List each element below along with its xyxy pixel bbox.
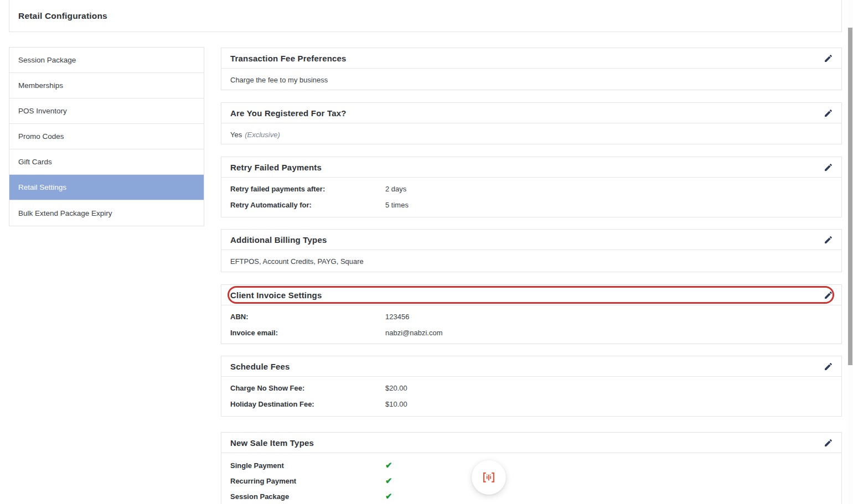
card-title: Additional Billing Types xyxy=(230,235,822,245)
card-body-text: EFTPOS, Account Credits, PAYG, Square xyxy=(221,250,841,272)
card-transaction-fee-preferences: Transaction Fee Preferences Charge the f… xyxy=(221,48,842,90)
card-additional-billing-types: Additional Billing Types EFTPOS, Account… xyxy=(221,229,842,272)
pencil-icon xyxy=(824,438,833,448)
card-header: Additional Billing Types xyxy=(221,230,841,250)
kv-row: Retry failed payments after: 2 days xyxy=(230,181,833,197)
page-header: Retail Configurations xyxy=(9,0,842,32)
scrollbar-thumb[interactable] xyxy=(848,28,852,365)
card-body: ABN: 123456 Invoice email: nabzi@nabzi.c… xyxy=(221,305,841,341)
card-client-invoice-settings: Client Invoice Settings ABN: 123456 Invo… xyxy=(221,284,842,344)
card-body: Charge No Show Fee: $20.00 Holiday Desti… xyxy=(221,377,841,412)
kv-label: Invoice email: xyxy=(230,329,385,337)
kv-row: Retry Automatically for: 5 times xyxy=(230,197,833,213)
check-icon: ✔ xyxy=(385,491,392,501)
check-icon: ✔ xyxy=(385,460,392,470)
kv-row: ABN: 123456 xyxy=(230,309,833,325)
card-title: Client Invoice Settings xyxy=(230,290,822,300)
kv-value: $10.00 xyxy=(385,400,407,408)
checklist-row: Session Package ✔ xyxy=(230,489,833,504)
scrollbar-track xyxy=(847,0,853,504)
card-body-text: Charge the fee to my business xyxy=(221,69,841,91)
card-title: Are You Registered For Tax? xyxy=(230,108,822,118)
card-header: Transaction Fee Preferences xyxy=(221,48,841,69)
checklist-row: Single Payment ✔ xyxy=(230,458,833,473)
kv-value: 2 days xyxy=(385,185,406,193)
sidebar-item-promo-codes[interactable]: Promo Codes xyxy=(9,124,204,149)
kv-row: Invoice email: nabzi@nabzi.com xyxy=(230,325,833,341)
card-body-text: Yes (Exclusive) xyxy=(221,123,841,146)
edit-button[interactable] xyxy=(822,233,834,246)
edit-button[interactable] xyxy=(822,107,834,119)
check-icon: ✔ xyxy=(385,476,392,486)
sidebar-item-gift-cards[interactable]: Gift Cards xyxy=(9,149,204,175)
sidebar-item-retail-settings[interactable]: Retail Settings xyxy=(9,175,204,200)
sidebar-item-label: Memberships xyxy=(18,81,63,90)
sidebar-item-label: Promo Codes xyxy=(18,132,64,141)
sidebar-item-label: POS Inventory xyxy=(18,107,67,115)
pencil-icon xyxy=(824,54,833,63)
card-body: Single Payment ✔ Recurring Payment ✔ Ses… xyxy=(221,453,841,504)
card-header: Are You Registered For Tax? xyxy=(221,103,841,123)
card-header: Client Invoice Settings xyxy=(221,285,841,305)
card-title: Retry Failed Payments xyxy=(230,163,822,172)
edit-button[interactable] xyxy=(822,161,834,173)
loading-spinner xyxy=(472,460,506,495)
tax-registered-value: Yes xyxy=(230,131,242,139)
kv-label: Retry Automatically for: xyxy=(230,201,385,209)
sidebar-item-session-package[interactable]: Session Package xyxy=(9,48,204,73)
sidebar-item-label: Session Package xyxy=(18,56,76,64)
checklist-label: Session Package xyxy=(230,492,385,501)
sidebar-item-label: Gift Cards xyxy=(18,158,52,166)
edit-button[interactable] xyxy=(822,289,834,301)
kv-value: $20.00 xyxy=(385,384,407,392)
kv-row: Holiday Destination Fee: $10.00 xyxy=(230,396,833,412)
card-body: Retry failed payments after: 2 days Retr… xyxy=(221,178,841,213)
tax-exclusive-note: (Exclusive) xyxy=(245,131,280,139)
barcode-scan-icon xyxy=(480,469,497,486)
kv-label: Holiday Destination Fee: xyxy=(230,400,385,408)
sidebar-item-bulk-extend-package-expiry[interactable]: Bulk Extend Package Expiry xyxy=(9,200,204,226)
pencil-icon xyxy=(824,290,833,300)
card-header: Retry Failed Payments xyxy=(221,157,841,178)
pencil-icon xyxy=(824,235,833,245)
card-title: Transaction Fee Preferences xyxy=(230,54,822,63)
card-retry-failed-payments: Retry Failed Payments Retry failed payme… xyxy=(221,157,842,217)
card-title: New Sale Item Types xyxy=(230,438,822,448)
card-schedule-fees: Schedule Fees Charge No Show Fee: $20.00… xyxy=(221,356,842,417)
pencil-icon xyxy=(824,108,833,118)
card-header: New Sale Item Types xyxy=(221,433,841,453)
kv-label: ABN: xyxy=(230,313,385,321)
pencil-icon xyxy=(824,163,833,172)
card-new-sale-item-types: New Sale Item Types Single Payment ✔ Rec… xyxy=(221,432,842,504)
edit-button[interactable] xyxy=(822,437,834,449)
checklist-label: Single Payment xyxy=(230,461,385,470)
sidebar: Session Package Memberships POS Inventor… xyxy=(9,47,204,226)
kv-value: 123456 xyxy=(385,313,409,321)
kv-value: 5 times xyxy=(385,201,409,209)
card-title: Schedule Fees xyxy=(230,362,822,371)
sidebar-item-label: Bulk Extend Package Expiry xyxy=(18,209,112,217)
checklist-label: Recurring Payment xyxy=(230,477,385,485)
kv-label: Retry failed payments after: xyxy=(230,185,385,193)
sidebar-item-pos-inventory[interactable]: POS Inventory xyxy=(9,98,204,124)
checklist-row: Recurring Payment ✔ xyxy=(230,473,833,489)
page-title: Retail Configurations xyxy=(18,11,107,21)
sidebar-item-memberships[interactable]: Memberships xyxy=(9,73,204,98)
card-registered-for-tax: Are You Registered For Tax? Yes (Exclusi… xyxy=(221,102,842,144)
kv-value: nabzi@nabzi.com xyxy=(385,329,443,337)
edit-button[interactable] xyxy=(822,52,834,64)
edit-button[interactable] xyxy=(822,360,834,372)
pencil-icon xyxy=(824,362,833,371)
sidebar-item-label: Retail Settings xyxy=(18,183,66,191)
card-header: Schedule Fees xyxy=(221,356,841,377)
kv-label: Charge No Show Fee: xyxy=(230,384,385,392)
kv-row: Charge No Show Fee: $20.00 xyxy=(230,380,833,396)
